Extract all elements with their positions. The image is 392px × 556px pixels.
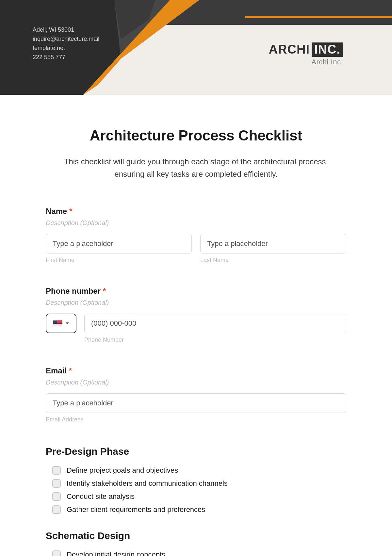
name-label-text: Name xyxy=(46,207,67,216)
checklist-item: Identify stakeholders and communication … xyxy=(52,479,346,488)
section-title: Pre-Design Phase xyxy=(46,446,346,457)
checklist-label: Define project goals and objectives xyxy=(67,466,178,475)
section-schematic-design: Schematic Design Develop initial design … xyxy=(46,530,346,556)
checklist-label: Gather client requirements and preferenc… xyxy=(67,505,205,514)
field-name: Name * Description (Optional) First Name… xyxy=(46,207,346,264)
required-indicator: * xyxy=(69,366,72,375)
phone-number-input[interactable] xyxy=(84,314,346,333)
contact-website: template.net xyxy=(33,44,99,53)
contact-info: Adell, WI 53001 inquire@architecture.mai… xyxy=(33,25,99,62)
field-email: Email * Description (Optional) Email Add… xyxy=(46,366,346,423)
logo-word1: ARCHI xyxy=(269,42,310,56)
checklist-item: Gather client requirements and preferenc… xyxy=(52,505,346,514)
required-indicator: * xyxy=(69,207,72,216)
logo: ARCHIINC. Archi Inc. xyxy=(269,42,343,66)
contact-email: inquire@architecture.mail xyxy=(33,35,99,44)
logo-word2: INC. xyxy=(312,42,343,57)
first-name-sublabel: First Name xyxy=(46,257,192,264)
checklist-item: Develop initial design concepts xyxy=(52,550,346,556)
email-desc: Description (Optional) xyxy=(46,379,346,386)
email-label: Email * xyxy=(46,366,346,375)
chevron-down-icon xyxy=(66,322,69,324)
checkbox[interactable] xyxy=(52,505,61,514)
required-indicator: * xyxy=(103,286,106,295)
contact-address: Adell, WI 53001 xyxy=(33,25,99,35)
page-title: Architecture Process Checklist xyxy=(46,127,346,144)
phone-sublabel: Phone Number xyxy=(84,336,346,343)
name-desc: Description (Optional) xyxy=(46,219,346,227)
us-flag-icon xyxy=(53,320,62,326)
section-pre-design: Pre-Design Phase Define project goals an… xyxy=(46,446,346,514)
country-code-select[interactable] xyxy=(46,314,76,333)
checklist-label: Develop initial design concepts xyxy=(67,550,165,556)
form-content: Architecture Process Checklist This chec… xyxy=(39,95,353,556)
checklist-item: Define project goals and objectives xyxy=(52,466,346,475)
contact-phone: 222 555 777 xyxy=(33,53,99,62)
phone-label-text: Phone number xyxy=(46,286,101,295)
last-name-sublabel: Last Name xyxy=(200,257,346,264)
checkbox[interactable] xyxy=(52,479,61,488)
email-sublabel: Email Address xyxy=(46,416,346,423)
checkbox[interactable] xyxy=(52,492,61,501)
checklist-label: Identify stakeholders and communication … xyxy=(67,479,228,488)
name-label: Name * xyxy=(46,207,346,216)
logo-main: ARCHIINC. xyxy=(269,42,343,57)
checkbox[interactable] xyxy=(52,550,61,556)
page-description: This checklist will guide you through ea… xyxy=(49,155,343,181)
letterhead-header: Adell, WI 53001 inquire@architecture.mai… xyxy=(0,0,392,95)
logo-subtitle: Archi Inc. xyxy=(269,58,343,66)
last-name-input[interactable] xyxy=(200,234,346,253)
phone-desc: Description (Optional) xyxy=(46,299,346,306)
email-label-text: Email xyxy=(46,366,67,375)
phone-label: Phone number * xyxy=(46,286,346,296)
email-input[interactable] xyxy=(46,393,346,413)
first-name-input[interactable] xyxy=(46,234,192,253)
checklist-label: Conduct site analysis xyxy=(67,492,135,501)
accent-bar xyxy=(245,16,392,18)
field-phone: Phone number * Description (Optional) Ph… xyxy=(46,286,346,343)
checkbox[interactable] xyxy=(52,466,61,475)
checklist-item: Conduct site analysis xyxy=(52,492,346,501)
section-title: Schematic Design xyxy=(46,530,346,541)
